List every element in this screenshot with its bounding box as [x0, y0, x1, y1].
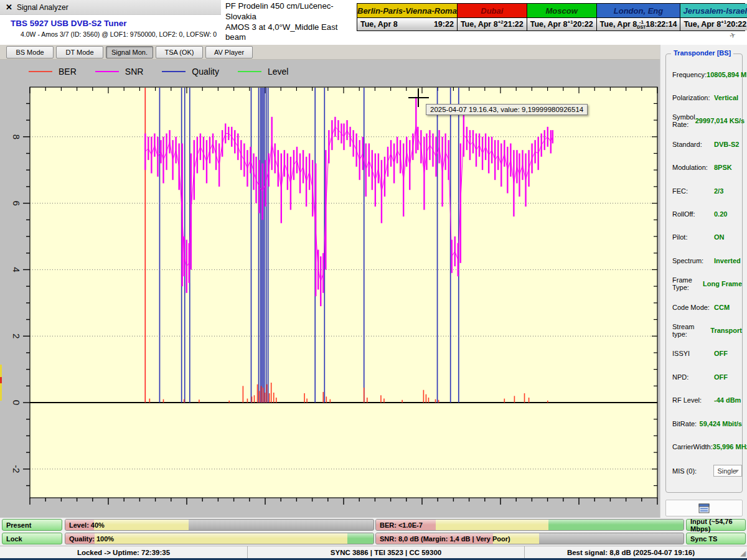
station-info-line: PF Prodelin 450 cm/Lučenec-Slovakia	[225, 1, 355, 22]
quality-progressbar: Quality: 100%	[65, 533, 374, 544]
signal-monitor-chart: BERSNRQualityLevel -202468 2025-04-07 19…	[0, 60, 660, 518]
lock-badge: Lock	[2, 533, 62, 544]
transponder-rows: Frequency:10805,894 MHzPolarization:Vert…	[666, 54, 742, 483]
level-bar-label: Level: 40%	[69, 520, 105, 530]
transponder-label: Standard:	[666, 141, 714, 148]
transponder-value: Transport	[710, 327, 742, 334]
clock-city-label: Moscow	[527, 4, 596, 18]
transponder-value: -44 dBm	[714, 396, 741, 404]
transponder-label: CarrierWidth:	[666, 443, 713, 450]
transponder-panel: Transponder [BS] Frequency:10805,894 MHz…	[660, 45, 747, 518]
transponder-value: 10805,894 MHz	[707, 71, 747, 78]
tab-tsa-ok[interactable]: TSA (OK)	[156, 46, 203, 58]
world-clock: DubaiTue, Apr 8+221:22	[458, 4, 527, 30]
world-clock: London, EngTue, Apr 8-1DST18:22:14	[597, 4, 681, 30]
transponder-row: CarrierWidth:35,996 MHz	[666, 435, 742, 458]
sync-ts-badge: Sync TS	[686, 533, 746, 544]
transponder-row: Polarization:Vertical	[666, 86, 742, 109]
transponder-label: Symbol Rate:	[666, 113, 695, 128]
resize-grip[interactable]: ◢	[737, 546, 747, 558]
tuner-title: TBS 5927 USB DVB-S2 Tuner	[0, 15, 221, 28]
transponder-value: 59,424 Mbit/s	[700, 420, 742, 427]
transponder-row: NPD:OFF	[666, 365, 742, 388]
transponder-value: DVB-S2	[714, 141, 739, 148]
y-axis-label: 4	[11, 267, 22, 272]
clock-utc-offset: +1	[567, 18, 573, 30]
tab-dt-mode[interactable]: DT Mode	[56, 46, 103, 58]
clock-date: Tue, Apr 8	[600, 20, 637, 29]
bottom-status-panel: Present Lock Level: 40% Quality: 100% BE…	[0, 518, 747, 546]
clock-date: Tue, Apr 8	[360, 20, 398, 29]
station-info-block: PF Prodelin 450 cm/Lučenec-SlovakiaAMOS …	[221, 0, 355, 45]
y-axis-label: 0	[11, 400, 22, 405]
y-axis-label: 6	[11, 200, 22, 205]
clock-time: 21:22	[504, 20, 524, 29]
transponder-label: RF Level:	[666, 396, 714, 404]
clock-time-row: Tue, Apr 8-1DST18:22:14	[597, 18, 680, 30]
clock-city-label: London, Eng	[597, 4, 680, 18]
clock-time: 18:22:14	[646, 20, 677, 29]
tab-signal-mon[interactable]: Signal Mon.	[106, 46, 153, 58]
quality-bar-label: Quality: 100%	[69, 533, 114, 544]
transponder-row: Pilot:ON	[666, 226, 742, 249]
save-report-button[interactable]	[665, 500, 743, 516]
y-axis-label: -2	[11, 465, 22, 473]
transponder-label: BitRate:	[666, 420, 700, 427]
transponder-row: ISSYIOFF	[666, 342, 742, 365]
tab-av-player[interactable]: AV Player	[205, 46, 253, 58]
clock-time-row: Tue, Apr 8+221:22	[458, 18, 527, 30]
statusbar-best-signal: Best signal: 8,8 dB (2025-04-07 19:16)	[525, 546, 737, 558]
transponder-row: Spectrum:Inverted	[666, 249, 742, 272]
transponder-value: OFF	[714, 350, 728, 357]
clock-utc-offset	[398, 18, 434, 30]
transponder-row: Stream type:Transport	[666, 319, 742, 342]
tuner-info-block: TBS 5927 USB DVB-S2 Tuner 4.0W - Amos 3/…	[0, 15, 221, 45]
statusbar-uptime: Locked -> Uptime: 72:39:35	[0, 546, 248, 558]
clock-time: 20:22	[726, 20, 746, 29]
app-icon: ✕	[6, 3, 12, 11]
transponder-title: Transponder [BS]	[671, 49, 733, 57]
station-info-line: AMOS 3 at 4,0°W_Middle East beam	[225, 22, 355, 44]
transponder-label: Spectrum:	[666, 257, 714, 264]
world-clock: Jerusalem-IsraelTue, Apr 8+120:22	[680, 4, 747, 30]
clock-city-label: Jerusalem-Israel	[680, 4, 747, 18]
clock-time: 20:22	[573, 20, 593, 29]
clock-date: Tue, Apr 8	[684, 20, 721, 29]
clock-city-label: Berlin-Paris-Vienna-Roma	[357, 4, 457, 18]
snr-progressbar: SNR: 8,0 dB (Margin: 1,4 dB | Very Poor)	[375, 533, 684, 544]
mis-select[interactable]: Single	[713, 465, 742, 477]
save-report-icon	[698, 503, 710, 513]
transponder-value: 29997,014 KS/s	[695, 117, 745, 124]
transponder-row: Frequency:10805,894 MHz	[666, 63, 742, 86]
chart-plot[interactable]: -202468	[0, 60, 660, 518]
transponder-label: ISSYI	[666, 350, 714, 357]
bar-segment	[436, 520, 548, 530]
chevron-down-icon	[734, 470, 739, 473]
transponder-label: Modulation:	[666, 164, 714, 171]
world-clock: MoscowTue, Apr 8+120:22	[527, 4, 597, 30]
transponder-value: 2/3	[714, 187, 723, 195]
y-axis-label: 8	[11, 134, 22, 139]
transponder-row: FEC:2/3	[666, 179, 742, 202]
statusbar-counters: SYNC 3886 | TEI 3523 | CC 59300	[248, 546, 525, 558]
transponder-row: Code Mode:CCM	[666, 296, 742, 319]
transponder-groupbox: Transponder [BS] Frequency:10805,894 MHz…	[665, 54, 743, 493]
clock-utc-offset: -1DST	[637, 18, 646, 30]
crosshair-icon	[418, 88, 419, 107]
transponder-row: RollOff:0.20	[666, 202, 742, 225]
mis-row: MIS (0):Single	[666, 459, 742, 483]
transponder-value: 0.20	[714, 210, 727, 218]
transponder-label: RollOff:	[666, 210, 714, 218]
clock-date: Tue, Apr 8	[461, 20, 498, 29]
transponder-value: OFF	[714, 373, 728, 381]
transponder-label: Code Mode:	[666, 304, 714, 311]
window-title-bar[interactable]: ✕ Signal Analyzer	[0, 0, 221, 15]
transponder-value: CCM	[714, 304, 730, 311]
transponder-value: 8PSK	[714, 164, 732, 171]
clock-city-label: Dubai	[458, 4, 527, 18]
ber-bar-label: BER: <1.0E-7	[380, 520, 423, 530]
transponder-row: Modulation:8PSK	[666, 156, 742, 179]
tab-bs-mode[interactable]: BS Mode	[6, 46, 54, 58]
transponder-value: 35,996 MHz	[713, 443, 747, 450]
bar-segment	[548, 520, 684, 530]
